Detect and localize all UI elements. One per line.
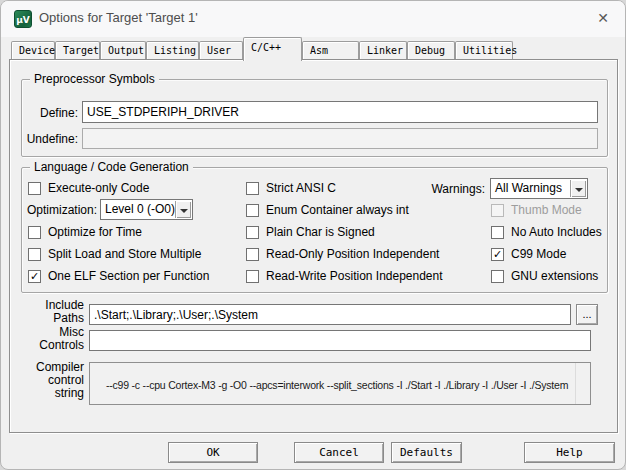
- checkbox-box: [28, 248, 41, 261]
- checkbox-c99-mode[interactable]: ✓ C99 Mode: [491, 247, 566, 261]
- tab-target[interactable]: Target: [55, 41, 100, 59]
- checkbox-box: [246, 226, 259, 239]
- titlebar: µV Options for Target 'Target 1' ✕: [1, 1, 625, 37]
- checkbox-label: Execute-only Code: [48, 181, 149, 195]
- checkbox-box: [491, 270, 504, 283]
- checkbox-box: [28, 182, 41, 195]
- checkbox-box: [246, 182, 259, 195]
- checkbox-label: Enum Container always int: [266, 203, 409, 217]
- checkbox-label: Read-Write Position Independent: [266, 269, 443, 283]
- checkbox-box: [491, 204, 504, 217]
- checkbox-gnu-extensions[interactable]: GNU extensions: [491, 269, 598, 283]
- checkbox-label: C99 Mode: [511, 247, 566, 261]
- checkbox-label: GNU extensions: [511, 269, 598, 283]
- checkbox-read-only-position-independent[interactable]: Read-Only Position Independent: [246, 247, 439, 261]
- checkbox-strict-ansi-c[interactable]: Strict ANSI C: [246, 181, 336, 195]
- checkbox-label: Strict ANSI C: [266, 181, 336, 195]
- warnings-value: All Warnings: [495, 181, 562, 195]
- checkbox-box: [28, 226, 41, 239]
- undefine-label: Undefine:: [21, 132, 78, 146]
- tab-user[interactable]: User: [199, 41, 243, 59]
- include-paths-input[interactable]: [89, 304, 571, 325]
- include-paths-label: Include Paths: [21, 299, 84, 325]
- checkbox-label: One ELF Section per Function: [48, 269, 209, 283]
- undefine-input: [82, 128, 598, 149]
- defaults-button[interactable]: Defaults: [391, 442, 462, 463]
- checkbox-optimize-for-time[interactable]: Optimize for Time: [28, 225, 142, 239]
- ok-button[interactable]: OK: [168, 442, 258, 463]
- checkbox-label: Thumb Mode: [511, 203, 582, 217]
- cancel-button[interactable]: Cancel: [294, 442, 384, 463]
- checkbox-no-auto-includes[interactable]: No Auto Includes: [491, 225, 602, 239]
- checkbox-split-load-store[interactable]: Split Load and Store Multiple: [28, 247, 201, 261]
- tab-c-cpp[interactable]: C/C++: [243, 37, 302, 61]
- group-title: Preprocessor Symbols: [30, 72, 159, 86]
- checkbox-box: [246, 204, 259, 217]
- tab-debug[interactable]: Debug: [407, 41, 455, 59]
- tab-listing[interactable]: Listing: [146, 41, 199, 59]
- define-label: Define:: [21, 106, 78, 120]
- checkbox-one-elf-section[interactable]: ✓ One ELF Section per Function: [28, 269, 209, 283]
- checkbox-box: ✓: [28, 270, 41, 283]
- misc-controls-input[interactable]: [89, 330, 591, 351]
- group-title: Language / Code Generation: [30, 160, 193, 174]
- checkbox-label: Split Load and Store Multiple: [48, 247, 201, 261]
- warnings-label: Warnings:: [419, 182, 485, 196]
- checkbox-enum-container-int[interactable]: Enum Container always int: [246, 203, 409, 217]
- define-input[interactable]: [82, 101, 598, 123]
- checkbox-label: Plain Char is Signed: [266, 225, 375, 239]
- help-button[interactable]: Help: [524, 442, 615, 463]
- tab-utilities[interactable]: Utilities: [455, 41, 513, 59]
- compiler-control-string-label: Compiler control string: [21, 361, 84, 400]
- close-icon[interactable]: ✕: [593, 8, 613, 28]
- checkbox-box: ✓: [491, 248, 504, 261]
- tab-output[interactable]: Output: [100, 41, 146, 59]
- chevron-down-icon[interactable]: [570, 180, 586, 197]
- checkbox-label: Optimize for Time: [48, 225, 142, 239]
- checkbox-execute-only-code[interactable]: Execute-only Code: [28, 181, 149, 195]
- uvision-icon: µV: [14, 10, 32, 28]
- checkbox-read-write-position-independent[interactable]: Read-Write Position Independent: [246, 269, 443, 283]
- tab-linker[interactable]: Linker: [359, 41, 407, 59]
- checkbox-box: [246, 270, 259, 283]
- checkbox-thumb-mode: Thumb Mode: [491, 203, 582, 217]
- checkbox-box: [246, 248, 259, 261]
- compiler-control-string-box: --c99 -c --cpu Cortex-M3 -g -O0 --apcs=i…: [89, 362, 591, 405]
- checkbox-box: [491, 226, 504, 239]
- warnings-dropdown[interactable]: All Warnings: [490, 178, 588, 199]
- tab-device[interactable]: Device: [11, 41, 55, 59]
- checkbox-plain-char-signed[interactable]: Plain Char is Signed: [246, 225, 375, 239]
- chevron-down-icon[interactable]: [175, 201, 191, 218]
- optimization-value: Level 0 (-O0): [105, 202, 175, 216]
- include-paths-browse-button[interactable]: ...: [576, 304, 598, 325]
- dialog-title: Options for Target 'Target 1': [39, 10, 198, 25]
- optimization-dropdown[interactable]: Level 0 (-O0): [100, 199, 193, 220]
- misc-controls-label: Misc Controls: [21, 326, 84, 352]
- compiler-control-string-value: --c99 -c --cpu Cortex-M3 -g -O0 --apcs=i…: [106, 379, 568, 391]
- optimization-label: Optimization:: [27, 203, 97, 217]
- scrollbar-track: [575, 363, 590, 404]
- checkbox-label: No Auto Includes: [511, 225, 602, 239]
- tab-asm[interactable]: Asm: [302, 41, 359, 59]
- options-dialog: µV Options for Target 'Target 1' ✕ Devic…: [0, 0, 626, 470]
- checkbox-label: Read-Only Position Independent: [266, 247, 439, 261]
